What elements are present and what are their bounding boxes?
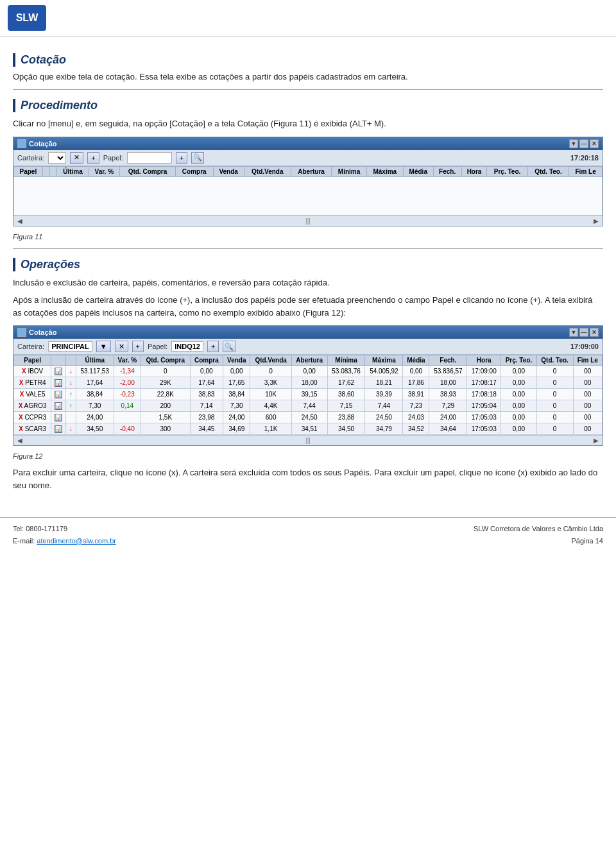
papel-input-1[interactable] [127, 152, 172, 164]
scroll-right-2[interactable]: ▶ [594, 437, 599, 444]
cell-icon1: 📊 [51, 400, 66, 412]
cell-fech: 24,00 [429, 412, 467, 423]
col-hora-2: Hora [467, 355, 501, 366]
page-num: 14 [595, 537, 603, 545]
cell-qtdteo: 0 [536, 412, 573, 423]
col-papel-2: Papel [14, 355, 51, 366]
win-close-1[interactable]: ✕ [590, 139, 599, 148]
procedure-text: Clicar no [menu] e, em seguida, na opção… [13, 117, 603, 130]
col-prcteo-2: Prç. Teo. [501, 355, 537, 366]
win-close-2[interactable]: ✕ [590, 328, 599, 337]
carteira-select-1[interactable] [48, 152, 66, 164]
cell-hora: 17:08:18 [467, 389, 501, 400]
chart-icon[interactable]: 📊 [55, 368, 62, 375]
plus-carteira-btn-2[interactable]: + [132, 341, 144, 352]
cell-compra: 0,00 [190, 366, 223, 377]
win-controls-1[interactable]: ▼ — ✕ [569, 139, 599, 148]
chart-icon[interactable]: 📊 [55, 414, 62, 421]
cotacao-header-row-1: Papel Última Var. % Qtd. Compra Compra V… [14, 166, 603, 176]
cell-arrow [66, 412, 76, 423]
cell-var: 0,14 [114, 400, 141, 412]
cell-fimle: 00 [573, 389, 602, 400]
cell-qtdvenda: 0 [250, 366, 291, 377]
cell-maxima: 54.005,92 [365, 366, 403, 377]
table-row: X IBOV 📊 ↓ 53.117,53 -1,34 0 0,00 0,00 0… [14, 366, 603, 377]
cell-minima: 34,50 [327, 423, 365, 435]
chart-icon[interactable]: 📊 [55, 379, 62, 387]
cell-qtdcompra: 22,8K [141, 389, 191, 400]
col-abertura-2: Abertura [291, 355, 327, 366]
plus-papel-btn-2[interactable]: + [207, 341, 219, 352]
win-controls-2[interactable]: ▼ — ✕ [569, 328, 599, 337]
row-x-icon[interactable]: X [19, 425, 23, 432]
row-x-icon[interactable]: X [19, 402, 23, 409]
cell-var: -0,23 [114, 389, 141, 400]
carteira-label-1: Carteira: [17, 154, 44, 162]
cell-prcteo: 0,00 [501, 366, 537, 377]
cotacao-titlebar-left-1: Cotação [17, 139, 56, 148]
cell-icon1: 📊 [51, 423, 66, 435]
col-var-1: Var. % [89, 166, 119, 176]
cell-hora: 17:09:00 [467, 366, 501, 377]
search-btn-2[interactable]: 🔍 [223, 341, 235, 352]
cell-papel: X PETR4 [14, 377, 51, 389]
papel-label-2: Papel: [148, 343, 167, 350]
cell-media: 17,86 [403, 377, 429, 389]
email-link[interactable]: atendimento@slw.com.br [37, 537, 116, 545]
cell-qtdcompra: 300 [141, 423, 191, 435]
row-x-icon[interactable]: X [20, 391, 24, 398]
chart-icon[interactable]: 📊 [55, 402, 62, 410]
logo-text: SLW [16, 12, 38, 24]
row-x-icon[interactable]: X [22, 368, 26, 375]
intro-text: Opção que exibe tela de cotação. Essa te… [13, 72, 603, 81]
chart-icon[interactable]: 📊 [55, 425, 62, 433]
win-restore-1[interactable]: — [579, 139, 588, 148]
plus-carteira-btn-1[interactable]: + [87, 152, 99, 164]
cell-fech: 18,00 [429, 377, 467, 389]
cell-qtdcompra: 1,5K [141, 412, 191, 423]
cell-minima: 7,15 [327, 400, 365, 412]
cell-papel: X VALE5 [14, 389, 51, 400]
col-qtdcompra-2: Qtd. Compra [141, 355, 191, 366]
cell-maxima: 18,21 [365, 377, 403, 389]
footer-phone: Tel: 0800-171179 [13, 523, 116, 535]
cotacao-toolbar-1: Carteira: ✕ + Papel: + 🔍 17:20:18 [13, 150, 603, 166]
cell-ultima: 34,50 [76, 423, 114, 435]
cell-minima: 23,88 [327, 412, 365, 423]
carteira-label-2: Carteira: [17, 343, 44, 350]
row-x-icon[interactable]: X [19, 414, 23, 421]
page-label: Página [571, 537, 593, 545]
carteira-dropdown-2[interactable]: ▼ [96, 341, 111, 352]
cell-minima: 38,60 [327, 389, 365, 400]
cotacao-titlebar-1: Cotação ▼ — ✕ [13, 137, 603, 150]
cell-qtdteo: 0 [536, 423, 573, 435]
win-minimize-1[interactable]: ▼ [569, 139, 578, 148]
divider2 [13, 248, 603, 249]
cell-icon1: 📊 [51, 366, 66, 377]
cell-media: 34,52 [403, 423, 429, 435]
cell-abertura: 24,50 [291, 412, 327, 423]
cotacao-table-1: Papel Última Var. % Qtd. Compra Compra V… [13, 166, 603, 216]
win-restore-2[interactable]: — [579, 328, 588, 337]
add-carteira-btn-1[interactable]: ✕ [70, 152, 83, 164]
chart-icon[interactable]: 📊 [55, 391, 62, 398]
add-carteira-x-2[interactable]: ✕ [115, 341, 128, 352]
row-x-icon[interactable]: X [19, 379, 24, 386]
operations-intro: Inclusão e exclusão de carteira, papéis,… [13, 277, 603, 289]
col-maxima-1: Máxima [366, 166, 403, 176]
cotacao-bottom-2: ◀ ||| ▶ [13, 435, 603, 445]
search-btn-1[interactable]: 🔍 [191, 152, 204, 164]
col-ultima-2: Última [76, 355, 114, 366]
cell-qtdvenda: 1,1K [250, 423, 291, 435]
cell-abertura: 0,00 [291, 366, 327, 377]
cell-venda: 24,00 [223, 412, 250, 423]
plus-papel-btn-1[interactable]: + [176, 152, 187, 164]
win-minimize-2[interactable]: ▼ [569, 328, 578, 337]
scroll-right-1[interactable]: ▶ [594, 217, 599, 225]
scroll-left-2[interactable]: ◀ [17, 437, 22, 444]
section-title-cotacao: Cotação [13, 53, 603, 67]
table-row: X SCAR3 📊 ↓ 34,50 -0,40 300 34,45 34,69 … [14, 423, 603, 435]
cell-prcteo: 0,00 [501, 377, 537, 389]
scroll-left-1[interactable]: ◀ [17, 217, 22, 225]
cell-papel: X SCAR3 [14, 423, 51, 435]
